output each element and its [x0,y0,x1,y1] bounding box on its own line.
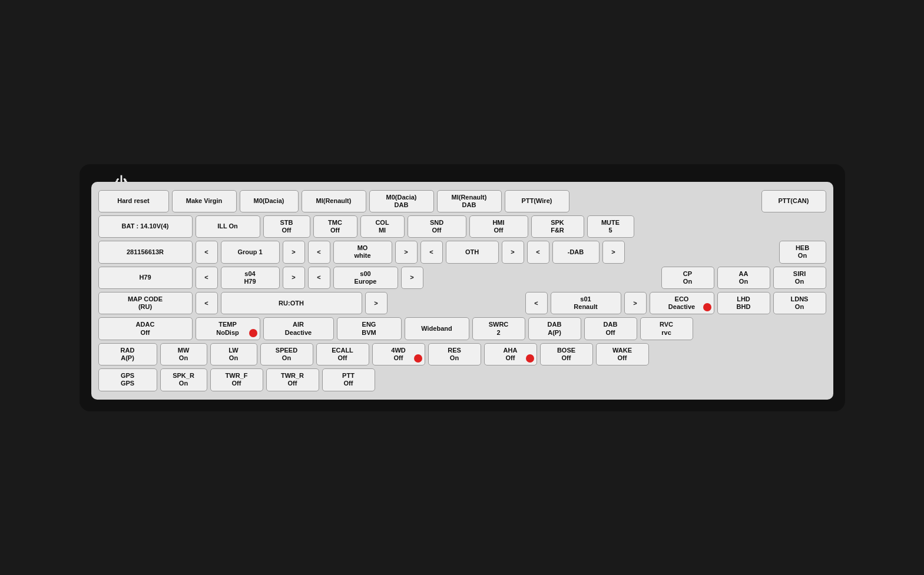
row-1: Hard reset Make Virgin M0(Dacia) MI(Rena… [98,190,826,212]
rvc-rvc-button[interactable]: RVCrvc [640,317,693,340]
lt7-button[interactable]: < [196,292,218,314]
gt5-button[interactable]: > [283,267,305,289]
screen-container: ⏻ Hard reset Make Virgin M0(Dacia) MI(Re… [80,164,845,411]
wake-off-button[interactable]: WAKEOff [596,343,649,365]
lt3-button[interactable]: < [420,241,443,263]
m0-dacia-button[interactable]: M0(Dacia) [240,190,299,212]
wideband-button[interactable]: Wideband [405,317,469,340]
lt8-button[interactable]: < [525,292,548,314]
temp-nodisp-button[interactable]: TEMPNoDisp [196,317,260,340]
make-virgin-button[interactable]: Make Virgin [172,190,237,212]
row-5: MAP CODE(RU) < RU:OTH > < s01Renault > E… [98,292,826,314]
tmc-off-button[interactable]: TMCOff [313,215,357,238]
gt1-button[interactable]: > [283,241,305,263]
hmi-off-button[interactable]: HMIOff [469,215,528,238]
eco-deactive-button[interactable]: ECODeactive [650,292,714,314]
mi-renault-button[interactable]: MI(Renault) [302,190,366,212]
id-button[interactable]: 281156613R [98,241,193,263]
adac-off-button[interactable]: ADACOff [98,317,193,340]
aha-off-button[interactable]: AHAOff [484,343,537,365]
gt4-button[interactable]: > [602,241,625,263]
row-7: RADA(P) MWOn LWOn SPEEDOn ECALLOff 4WDOf… [98,343,826,365]
temp-red-dot [249,329,257,337]
eco-red-dot [703,303,711,311]
speed-on-button[interactable]: SPEEDOn [260,343,313,365]
4wd-red-dot [414,354,422,363]
mi-renault-dab-button[interactable]: MI(Renault)DAB [437,190,502,212]
ill-on-button[interactable]: ILL On [196,215,260,238]
map-code-ru-button[interactable]: MAP CODE(RU) [98,292,193,314]
dab-ap-button[interactable]: DABA(P) [528,317,581,340]
res-on-button[interactable]: RESOn [428,343,481,365]
ru-oth-button[interactable]: RU:OTH [221,292,362,314]
row-4: H79 < s04H79 > < s00Europe > CPOn AAOn S… [98,267,826,289]
rad-ap-button[interactable]: RADA(P) [98,343,157,365]
aha-red-dot [526,354,534,363]
mute-5-button[interactable]: MUTE5 [587,215,634,238]
row-6: ADACOff TEMPNoDisp AIRDeactive ENGBVM Wi… [98,317,826,340]
swrc-2-button[interactable]: SWRC2 [472,317,525,340]
gt8-button[interactable]: > [624,292,647,314]
cp-on-button[interactable]: CPOn [661,267,714,289]
gt3-button[interactable]: > [502,241,524,263]
ptt-off-button[interactable]: PTTOff [322,368,375,391]
oth-button[interactable]: OTH [446,241,499,263]
control-panel: Hard reset Make Virgin M0(Dacia) MI(Rena… [91,182,833,400]
group1-button[interactable]: Group 1 [221,241,280,263]
gt2-button[interactable]: > [395,241,418,263]
siri-on-button[interactable]: SIRIOn [773,267,826,289]
gps-gps-button[interactable]: GPSGPS [98,368,157,391]
ptt-wire-button[interactable]: PTT(Wire) [505,190,569,212]
hard-reset-button[interactable]: Hard reset [98,190,169,212]
twr-r-off-button[interactable]: TWR_ROff [266,368,319,391]
ecall-off-button[interactable]: ECALLOff [316,343,369,365]
lt4-button[interactable]: < [527,241,549,263]
gt6-button[interactable]: > [401,267,423,289]
bat-button[interactable]: BAT : 14.10V(4) [98,215,193,238]
spk-r-on-button[interactable]: SPK_ROn [160,368,207,391]
snd-off-button[interactable]: SNDOff [408,215,466,238]
heb-on-button[interactable]: HEBOn [779,241,826,263]
mo-white-button[interactable]: MOwhite [333,241,392,263]
air-deactive-button[interactable]: AIRDeactive [263,317,334,340]
aa-on-button[interactable]: AAOn [717,267,770,289]
lhd-bhd-button[interactable]: LHDBHD [717,292,770,314]
s04-h79-button[interactable]: s04H79 [221,267,280,289]
lt5-button[interactable]: < [196,267,218,289]
spk-far-button[interactable]: SPKF&R [531,215,584,238]
s00-europe-button[interactable]: s00Europe [333,267,398,289]
s01-renault-button[interactable]: s01Renault [551,292,621,314]
row-2: BAT : 14.10V(4) ILL On STBOff TMCOff COL… [98,215,826,238]
dab-minus-button[interactable]: -DAB [552,241,600,263]
twr-f-off-button[interactable]: TWR_FOff [210,368,263,391]
ptt-can-button[interactable]: PTT(CAN) [761,190,826,212]
row-8: GPSGPS SPK_ROn TWR_FOff TWR_ROff PTTOff [98,368,826,391]
bose-off-button[interactable]: BOSEOff [540,343,593,365]
eng-bvm-button[interactable]: ENGBVM [337,317,402,340]
lt6-button[interactable]: < [308,267,330,289]
lt1-button[interactable]: < [196,241,218,263]
gt7-button[interactable]: > [365,292,388,314]
4wd-off-button[interactable]: 4WDOff [372,343,425,365]
m0-dacia-dab-button[interactable]: M0(Dacia)DAB [369,190,434,212]
h79-button[interactable]: H79 [98,267,193,289]
col-mi-button[interactable]: COLMI [360,215,405,238]
lw-on-button[interactable]: LWOn [210,343,257,365]
mw-on-button[interactable]: MWOn [160,343,207,365]
stb-off-button[interactable]: STBOff [263,215,310,238]
dab-off-button[interactable]: DABOff [584,317,637,340]
ldns-on-button[interactable]: LDNSOn [773,292,826,314]
lt2-button[interactable]: < [308,241,330,263]
row-3: 281156613R < Group 1 > < MOwhite > < OTH… [98,241,826,263]
